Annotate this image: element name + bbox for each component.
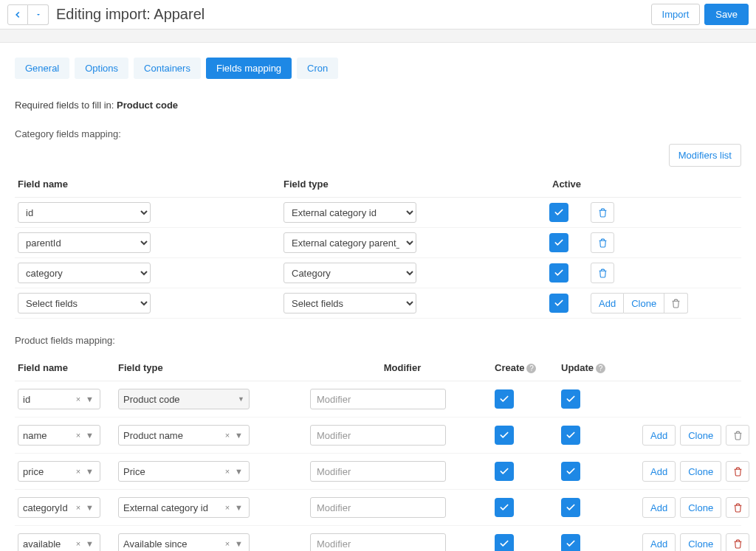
required-fields-prefix: Required fields to fill in:: [15, 100, 117, 111]
required-fields-hint: Required fields to fill in: Product code: [15, 100, 741, 111]
modifier-input[interactable]: [310, 497, 446, 518]
modifier-input[interactable]: [310, 461, 446, 482]
cat-header-field-type: Field type: [284, 179, 549, 190]
back-button[interactable]: [7, 4, 28, 25]
add-button[interactable]: Add: [642, 425, 676, 446]
main-container: General Options Containers Fields mappin…: [0, 43, 756, 551]
delete-button[interactable]: [726, 425, 749, 446]
product-section-title: Product fields mapping:: [15, 335, 741, 346]
create-checkbox[interactable]: [495, 426, 514, 445]
field-type-select[interactable]: Product name× ▼: [118, 425, 250, 446]
clone-button[interactable]: Clone: [680, 461, 721, 482]
category-row: idExternal category id: [15, 198, 741, 228]
page-header: Editing import: Apparel Import Save: [0, 0, 756, 30]
delete-button[interactable]: [726, 533, 749, 551]
delete-button[interactable]: [591, 232, 614, 253]
update-checkbox[interactable]: [561, 389, 580, 409]
field-type-select[interactable]: External category id: [284, 202, 416, 223]
field-type-select[interactable]: External category id× ▼: [118, 497, 250, 518]
delete-button[interactable]: [726, 497, 749, 518]
back-button-group: [7, 4, 49, 25]
category-row: parentIdExternal category parent_id: [15, 228, 741, 258]
arrow-left-icon: [13, 10, 23, 20]
field-name-select[interactable]: id× ▼: [18, 389, 100, 409]
field-name-select[interactable]: category: [18, 263, 151, 283]
field-name-select[interactable]: price× ▼: [18, 461, 100, 482]
create-checkbox[interactable]: [495, 389, 514, 409]
delete-button[interactable]: [664, 293, 688, 313]
update-checkbox[interactable]: [561, 534, 580, 551]
product-row: id× ▼Product code▼: [15, 381, 741, 417]
field-name-select[interactable]: categoryId× ▼: [18, 497, 100, 518]
tab-containers[interactable]: Containers: [134, 58, 201, 79]
save-button[interactable]: Save: [704, 4, 749, 25]
back-dropdown-button[interactable]: [28, 4, 49, 25]
update-checkbox[interactable]: [561, 498, 580, 517]
field-name-select[interactable]: id: [18, 202, 151, 223]
header-actions: Import Save: [651, 4, 749, 25]
field-type-select[interactable]: Category: [284, 263, 416, 283]
product-row: price× ▼Price× ▼AddClone: [15, 454, 741, 490]
cat-header-active: Active: [549, 179, 738, 190]
category-row: categoryCategory: [15, 258, 741, 288]
field-name-select[interactable]: name× ▼: [18, 425, 100, 446]
clone-button[interactable]: Clone: [680, 533, 721, 551]
tabs: General Options Containers Fields mappin…: [15, 58, 741, 79]
tab-general[interactable]: General: [15, 58, 69, 79]
category-section-title: Category fields mapping:: [15, 128, 741, 139]
field-type-select[interactable]: Available since× ▼: [118, 533, 250, 551]
product-table-header: Field name Field type Modifier Create? U…: [15, 358, 741, 381]
add-button[interactable]: Add: [642, 533, 676, 551]
field-type-select[interactable]: Price× ▼: [118, 461, 250, 482]
field-name-select[interactable]: Select fields: [18, 293, 151, 313]
tab-cron[interactable]: Cron: [297, 58, 338, 79]
import-button[interactable]: Import: [651, 4, 701, 25]
add-button[interactable]: Add: [591, 293, 624, 313]
page-title: Editing import: Apparel: [56, 6, 651, 23]
required-fields-value: Product code: [117, 100, 178, 111]
update-checkbox[interactable]: [561, 462, 580, 481]
product-row: categoryId× ▼External category id× ▼AddC…: [15, 490, 741, 526]
active-checkbox[interactable]: [549, 203, 568, 222]
prod-header-field-type: Field type: [118, 362, 310, 373]
category-row: Select fieldsSelect fieldsAddClone: [15, 288, 741, 319]
delete-button[interactable]: [591, 202, 614, 223]
category-table-header: Field name Field type Active: [15, 174, 741, 198]
field-name-select[interactable]: parentId: [18, 232, 151, 253]
clone-button[interactable]: Clone: [680, 497, 721, 518]
active-checkbox[interactable]: [549, 233, 568, 252]
modifier-input[interactable]: [310, 389, 446, 409]
field-type-select[interactable]: Select fields: [284, 293, 416, 313]
prod-header-modifier: Modifier: [310, 362, 495, 373]
delete-button[interactable]: [726, 461, 749, 482]
product-row: available× ▼Available since× ▼AddClone: [15, 526, 741, 551]
active-checkbox[interactable]: [549, 263, 568, 283]
tab-fields-mapping[interactable]: Fields mapping: [206, 58, 292, 79]
modifier-input[interactable]: [310, 533, 446, 551]
prod-header-create: Create?: [495, 362, 561, 373]
toolbar-spacer: [0, 30, 756, 43]
delete-button[interactable]: [591, 263, 614, 283]
caret-down-icon: [35, 12, 41, 18]
update-checkbox[interactable]: [561, 426, 580, 445]
create-checkbox[interactable]: [495, 462, 514, 481]
clone-button[interactable]: Clone: [624, 293, 664, 313]
add-button[interactable]: Add: [642, 497, 676, 518]
cat-header-field-name: Field name: [18, 179, 284, 190]
add-button[interactable]: Add: [642, 461, 676, 482]
prod-header-update: Update?: [561, 362, 642, 373]
help-icon[interactable]: ?: [596, 364, 605, 373]
active-checkbox[interactable]: [549, 294, 568, 313]
clone-button[interactable]: Clone: [680, 425, 721, 446]
tab-options[interactable]: Options: [75, 58, 128, 79]
field-type-select[interactable]: Product code▼: [118, 389, 250, 409]
field-type-select[interactable]: External category parent_id: [284, 232, 416, 253]
prod-header-field-name: Field name: [18, 362, 118, 373]
product-row: name× ▼Product name× ▼AddClone: [15, 417, 741, 454]
field-name-select[interactable]: available× ▼: [18, 533, 100, 551]
create-checkbox[interactable]: [495, 498, 514, 517]
help-icon[interactable]: ?: [526, 364, 536, 373]
modifier-input[interactable]: [310, 425, 446, 446]
create-checkbox[interactable]: [495, 534, 514, 551]
modifiers-list-button[interactable]: Modifiers list: [669, 144, 741, 167]
